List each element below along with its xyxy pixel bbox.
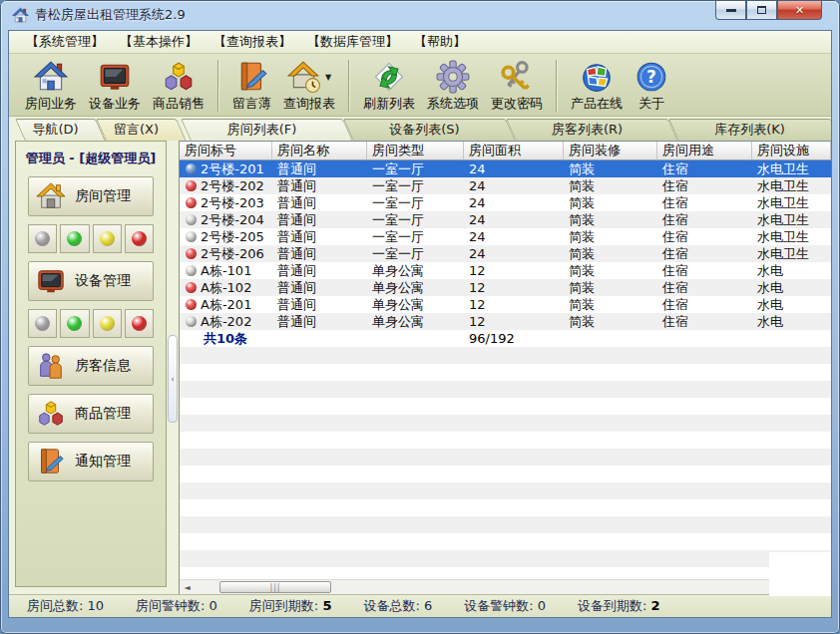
window-title: 青松房屋出租管理系统2.9 (35, 6, 186, 24)
title-bar: 青松房屋出租管理系统2.9 (0, 0, 840, 30)
cell-id: 2号楼-202 (180, 177, 272, 194)
toolbar-button-1[interactable]: 设备业务 (83, 57, 147, 115)
room-row-2号楼-205[interactable]: 2号楼-205普通间一室一厅24简装住宿水电卫生 (180, 228, 831, 245)
toolbar-button-5[interactable]: 刷新列表 (357, 57, 421, 115)
keys-icon (500, 60, 534, 94)
cell-decoration: 简装 (564, 228, 657, 245)
room-row-2号楼-203[interactable]: 2号楼-203普通间一室一厅24简装住宿水电卫生 (180, 194, 831, 211)
cell-name: 普通间 (272, 296, 367, 313)
sidebar-button-3[interactable]: 商品管理 (28, 394, 154, 434)
toolbar-button-7[interactable]: 更改密码 (485, 57, 549, 115)
scrollbar-thumb[interactable]: ||| (219, 581, 331, 593)
sidebar-tab-1[interactable]: 留言(X) (96, 119, 177, 141)
minimize-button[interactable] (715, 1, 746, 20)
red-status-ball-icon (186, 248, 197, 259)
toolbar-button-label: 房间业务 (25, 95, 77, 113)
room-row-A栋-101[interactable]: A栋-101普通间单身公寓12简装住宿水电 (180, 262, 831, 279)
toolbar-button-4[interactable]: ▼查询报表 (277, 57, 341, 115)
menu-item-1[interactable]: 【基本操作】 (115, 32, 203, 52)
column-header-0[interactable]: 房间标号 (180, 142, 272, 160)
toolbar-button-label: 设备业务 (89, 95, 141, 113)
toolbar-button-6[interactable]: 系统选项 (421, 57, 485, 115)
toolbar-button-9[interactable]: ?关于 (629, 57, 674, 115)
tab-label: 房间列表(F) (181, 119, 343, 141)
close-button[interactable]: ✕ (777, 1, 822, 20)
menu-item-3[interactable]: 【数据库管理】 (302, 32, 403, 52)
maximize-icon (757, 6, 766, 14)
blue-status-ball-icon (186, 163, 197, 174)
chevron-left-icon: ‹ (171, 374, 175, 384)
status-label: 房间到期数: (249, 598, 323, 613)
toolbar-button-8[interactable]: 产品在线 (565, 57, 629, 115)
room-row-2号楼-204[interactable]: 2号楼-204普通间一室一厅24简装住宿水电卫生 (180, 211, 831, 228)
tab-label: 留言(X) (96, 119, 177, 141)
column-header-6[interactable]: 房间设施 (752, 142, 831, 160)
cell-usage: 住宿 (657, 211, 752, 228)
red-light-button[interactable] (125, 309, 154, 338)
maximize-button[interactable] (746, 1, 777, 20)
gray-light-button[interactable] (28, 224, 57, 253)
room-row-2号楼-201[interactable]: 2号楼-201普通间一室一厅24简装住宿水电卫生 (180, 160, 831, 177)
cell-facilities: 水电卫生 (752, 228, 831, 245)
menu-item-0[interactable]: 【系统管理】 (21, 32, 109, 52)
gray-light-button[interactable] (28, 309, 57, 338)
scroll-left-arrow-icon[interactable]: ◄ (180, 580, 195, 594)
menu-item-2[interactable]: 【查询报表】 (209, 32, 296, 52)
red-status-ball-icon (186, 282, 197, 293)
menu-item-4[interactable]: 【帮助】 (409, 32, 471, 52)
red-light-button[interactable] (125, 224, 154, 253)
horizontal-scrollbar[interactable]: ◄ ||| (180, 579, 831, 594)
cell-id: A栋-202 (180, 313, 272, 330)
empty-stripe (180, 533, 831, 550)
tab-label: 设备列表(S) (343, 119, 506, 141)
status-lights-row (28, 224, 154, 253)
green-light-button[interactable] (60, 224, 89, 253)
sidebar-button-0[interactable]: 房间管理 (28, 176, 154, 216)
cell-usage: 住宿 (657, 262, 752, 279)
yellow-light-button[interactable] (93, 309, 122, 338)
cell-usage: 住宿 (657, 160, 752, 177)
list-tab-3[interactable]: 库存列表(K) (668, 119, 831, 141)
cell-decoration: 简装 (564, 296, 657, 313)
sidebar-collapse-handle[interactable]: ‹ (168, 335, 178, 423)
room-row-A栋-102[interactable]: A栋-102普通间单身公寓12简装住宿水电 (180, 279, 831, 296)
status-value: 0 (538, 598, 546, 613)
cell-decoration: 简装 (564, 262, 657, 279)
sidebar-button-4[interactable]: 通知管理 (28, 442, 154, 481)
column-header-4[interactable]: 房间装修 (564, 142, 657, 160)
room-row-A栋-202[interactable]: A栋-202普通间单身公寓12简装住宿水电 (180, 313, 831, 330)
toolbar-button-0[interactable]: 房间业务 (19, 57, 83, 115)
toolbar-button-3[interactable]: 留言薄 (226, 57, 277, 115)
column-header-2[interactable]: 房间类型 (367, 142, 464, 160)
column-header-1[interactable]: 房间名称 (272, 142, 367, 160)
yellow-light-icon (100, 231, 115, 246)
column-header-5[interactable]: 房间用途 (657, 142, 752, 160)
green-light-button[interactable] (60, 309, 89, 338)
table-header-row: 房间标号房间名称房间类型房间面积房间装修房间用途房间设施 (180, 141, 831, 160)
status-value: 5 (322, 598, 331, 613)
status-item-3: 设备总数: 6 (363, 597, 432, 615)
sidebar-button-2[interactable]: 房客信息 (28, 346, 154, 386)
status-value: 10 (88, 598, 105, 613)
empty-stripe (180, 499, 831, 516)
list-tab-2[interactable]: 房客列表(R) (506, 119, 668, 141)
refresh-icon (372, 60, 406, 94)
cell-name: 普通间 (272, 194, 367, 211)
column-header-3[interactable]: 房间面积 (464, 142, 564, 160)
toolbar-button-2[interactable]: 商品销售 (147, 57, 210, 115)
cell-area: 24 (464, 194, 564, 211)
room-row-2号楼-206[interactable]: 2号楼-206普通间一室一厅24简装住宿水电卫生 (180, 245, 831, 262)
question-icon: ? (634, 60, 668, 94)
sidebar-tab-0[interactable]: 导航(D) (15, 119, 96, 141)
room-row-A栋-201[interactable]: A栋-201普通间单身公寓12简装住宿水电 (180, 296, 831, 313)
yellow-light-button[interactable] (93, 224, 122, 253)
cell-usage: 住宿 (657, 296, 752, 313)
sidebar-button-1[interactable]: 设备管理 (28, 261, 154, 301)
cell-usage: 住宿 (657, 245, 752, 262)
list-tab-1[interactable]: 设备列表(S) (343, 119, 506, 141)
empty-stripe (180, 449, 831, 466)
list-tab-0[interactable]: 房间列表(F) (181, 119, 343, 141)
room-row-2号楼-202[interactable]: 2号楼-202普通间一室一厅24简装住宿水电卫生 (180, 177, 831, 194)
dropdown-arrow-icon[interactable]: ▼ (325, 73, 331, 82)
minimize-icon (726, 9, 736, 12)
